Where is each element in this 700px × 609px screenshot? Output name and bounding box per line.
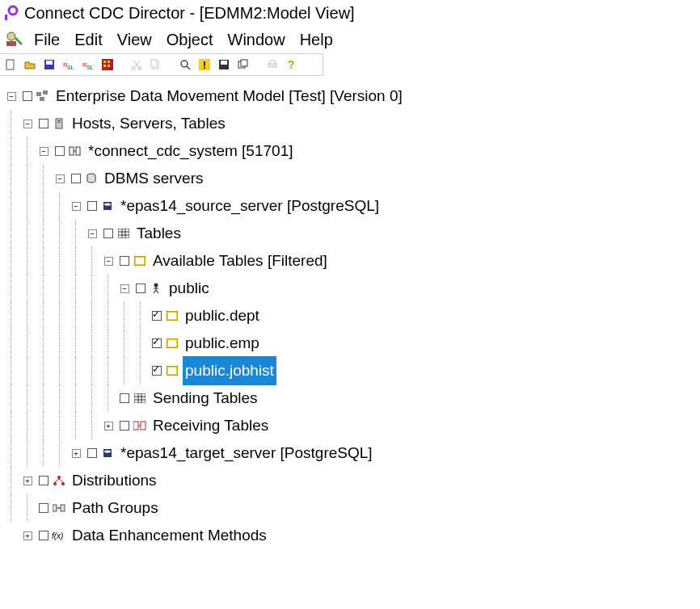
node-label: Available Tables [Filtered] [150,246,330,275]
svg-rect-43 [118,229,129,238]
toolbar-grid-icon[interactable] [100,57,115,72]
expander-icon[interactable]: + [23,531,32,540]
app-logo-icon [3,5,19,21]
toolbar-windows-icon[interactable] [236,57,251,72]
tree-node-source-server[interactable]: − *epas14_source_server [PostgreSQL] [3,192,697,220]
svg-point-68 [53,482,57,485]
svg-text:f(x): f(x) [52,531,63,540]
tree-node-table-emp[interactable]: public.emp [3,330,697,357]
tree-node-root[interactable]: − Enterprise Data Movement Model [Test] … [3,82,697,110]
toolbar-save2-icon[interactable] [217,57,231,72]
toolbar-rsl1-icon[interactable]: RSL [61,57,76,72]
toolbar-copy-icon[interactable] [149,57,163,72]
checkbox-icon[interactable] [71,174,81,183]
table-icon [165,337,179,350]
tree-node-available[interactable]: − Available Tables [Filtered] [3,247,697,275]
menu-edit[interactable]: Edit [70,29,110,51]
tree-node-distributions[interactable]: + Distributions [3,467,697,494]
tree-node-target-server[interactable]: + *epas14_target_server [PostgreSQL] [3,439,697,467]
expander-icon[interactable]: − [7,92,16,101]
checkbox-icon[interactable] [39,531,48,540]
expander-icon[interactable]: − [72,202,81,211]
expander-icon[interactable]: − [23,120,32,128]
checkbox-icon[interactable] [39,119,48,128]
checkbox-icon[interactable] [87,201,97,211]
tree-view: − Enterprise Data Movement Model [Test] … [0,76,700,556]
checkbox-icon[interactable] [136,284,145,293]
expander-icon[interactable]: + [104,422,113,430]
checkbox-icon[interactable] [120,393,129,403]
expander-icon[interactable]: − [104,257,113,266]
checkbox-icon[interactable] [120,421,129,430]
node-label: *epas14_source_server [PostgreSQL] [118,191,382,220]
menu-window[interactable]: Window [223,29,293,51]
model-icon [36,90,50,103]
svg-rect-52 [168,313,176,319]
tree-node-schema-public[interactable]: − public [3,275,697,302]
svg-rect-12 [103,61,106,63]
toolbar-rsl2-icon[interactable]: RSL [81,57,95,72]
toolbar-alert-icon[interactable]: ! [197,57,212,72]
dbms-icon [84,172,99,185]
menu-view[interactable]: View [112,29,160,51]
expander-icon[interactable]: − [56,174,65,183]
node-label: Data Enhancement Methods [70,521,269,549]
svg-rect-15 [108,65,110,67]
checkbox-icon[interactable] [87,448,97,458]
toolbar-save-icon[interactable] [42,57,57,72]
tree-node-pathgroups[interactable]: Path Groups [3,494,697,522]
menu-help[interactable]: Help [295,29,341,51]
toolbar-find-icon[interactable] [178,57,192,72]
svg-point-66 [104,451,111,453]
tree-node-sending[interactable]: Sending Tables [3,384,697,412]
checkbox-icon[interactable] [55,146,65,156]
checkbox-icon[interactable] [39,476,48,485]
toolbar-help-icon[interactable]: ? [285,57,299,72]
svg-rect-54 [168,340,176,346]
node-label: Enterprise Data Movement Model [Test] [V… [53,82,405,110]
expander-icon[interactable]: − [88,229,97,238]
svg-rect-33 [40,97,44,101]
toolbar-open-icon[interactable] [23,57,37,72]
svg-point-50 [154,284,158,288]
svg-rect-14 [103,65,106,67]
tree-node-tables[interactable]: − Tables [3,220,697,247]
tree-node-dbms[interactable]: − DBMS servers [3,165,697,192]
svg-rect-31 [36,92,41,96]
svg-point-42 [104,204,111,206]
tree-node-table-dept[interactable]: public.dept [3,302,697,330]
svg-rect-6 [46,61,53,65]
tree-node-system[interactable]: − *connect_cdc_system [51701] [3,137,697,165]
menu-object[interactable]: Object [162,29,221,51]
tree-node-receiving[interactable]: + Receiving Tables [3,412,697,439]
svg-line-21 [187,66,190,69]
toolbar: RSL RSL ! ? [0,53,323,76]
expander-icon[interactable]: − [120,284,129,293]
svg-point-67 [57,476,61,479]
checkbox-icon[interactable] [152,311,162,321]
toolbar-new-icon[interactable] [3,57,18,72]
toolbar-print-icon[interactable] [265,57,280,72]
expander-icon[interactable]: − [40,147,48,156]
checkbox-icon[interactable] [103,229,113,238]
checkbox-icon[interactable] [23,91,32,101]
node-label: public [167,274,212,302]
expander-icon[interactable]: + [23,477,32,485]
checkbox-icon[interactable] [152,366,162,376]
tree-node-hosts[interactable]: − Hosts, Servers, Tables [3,110,697,137]
svg-rect-63 [141,422,145,430]
checkbox-icon[interactable] [39,503,48,513]
node-label: Hosts, Servers, Tables [70,109,228,137]
checkbox-icon[interactable] [120,256,129,266]
pathgroups-icon [52,502,66,514]
node-label: public.jobhist [183,356,276,384]
menu-file[interactable]: File [29,29,68,51]
checkbox-icon[interactable] [152,338,162,348]
toolbar-cut-icon[interactable] [129,57,144,72]
svg-rect-1 [5,15,7,20]
node-label: Path Groups [70,494,161,522]
expander-icon[interactable]: + [72,449,81,458]
tree-node-table-jobhist[interactable]: public.jobhist [3,357,697,384]
tree-node-enhancement[interactable]: + f(x) Data Enhancement Methods [3,522,697,549]
enhancement-icon: f(x) [52,529,66,542]
